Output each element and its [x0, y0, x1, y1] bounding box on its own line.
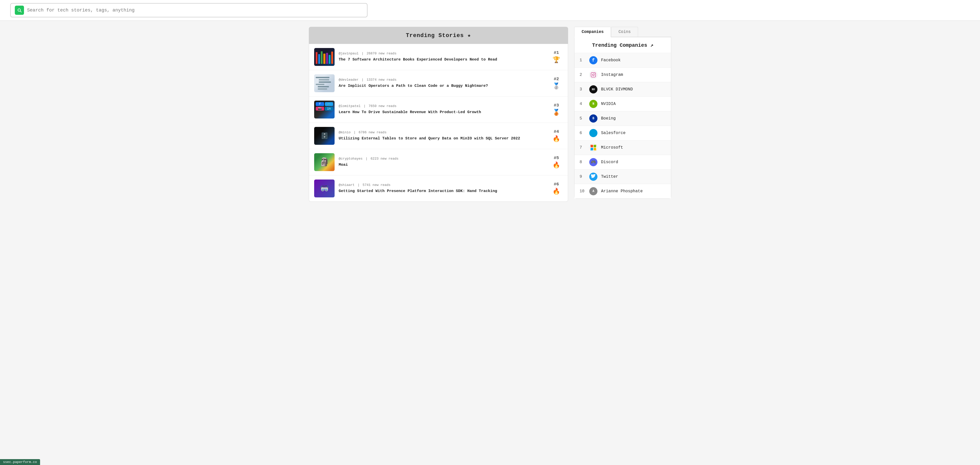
company-name: Boeing [601, 116, 616, 121]
companies-title-text: Trending Companies ↗ [592, 42, 653, 48]
svg-rect-0 [591, 73, 596, 77]
story-reads: 13374 new reads [366, 78, 396, 82]
story-rank: #2 🥈 [550, 76, 563, 90]
story-thumbnail [314, 74, 334, 92]
story-rank: #5 🔥 [550, 156, 563, 169]
company-item[interactable]: 10 A Arianne Phosphate [574, 184, 671, 198]
story-item[interactable]: @javinpaul | 26870 new reads The 7 Softw… [309, 44, 568, 70]
story-meta: @javinpaul | 26870 new reads [339, 52, 546, 56]
story-content: @shiaart | 5741 new reads Getting Starte… [339, 183, 546, 194]
story-reads: 6786 new reads [359, 131, 387, 134]
story-author: @cryptohayes [339, 157, 363, 161]
story-title: The 7 Software Architecture Books Experi… [339, 57, 546, 62]
salesforce-logo [589, 129, 597, 137]
svg-rect-8 [593, 145, 596, 147]
right-panel: Companies Coins Trending Companies ↗ 1 f… [574, 27, 671, 202]
rank-number: #3 [554, 103, 559, 108]
company-rank: 9 [579, 174, 586, 179]
rank-number: #6 [554, 182, 559, 187]
microsoft-logo [589, 143, 597, 152]
rank-number: #1 [554, 50, 559, 55]
company-name: Arianne Phosphate [601, 189, 643, 194]
company-item[interactable]: 2 Instagram [574, 68, 671, 82]
nvidia-logo: N [589, 100, 597, 108]
rank-bronze-icon: 🥉 [552, 109, 560, 116]
svg-rect-9 [590, 148, 593, 150]
story-author: @shiaart [339, 183, 355, 187]
company-item[interactable]: 5 B Boeing [574, 111, 671, 126]
left-panel: Trending Stories ★ [309, 27, 568, 202]
company-name: Instagram [601, 73, 623, 77]
search-icon [15, 6, 24, 15]
company-name: BLVCK DIVMOND [601, 87, 633, 92]
svg-rect-7 [590, 145, 593, 147]
search-input[interactable] [27, 8, 363, 13]
rank-number: #5 [554, 156, 559, 160]
rank-fire-icon: 🔥 [552, 188, 560, 195]
story-title: Are Implicit Operators a Path to Clean C… [339, 83, 546, 89]
story-content: @minio | 6786 new reads Utilizing Extern… [339, 131, 546, 141]
story-meta: @cryptohayes | 6223 new reads [339, 157, 546, 161]
story-content: @lomitpatel | 7650 new reads Learn How T… [339, 104, 546, 115]
company-rank: 1 [579, 58, 586, 62]
company-item[interactable]: 3 BD BLVCK DIVMOND [574, 82, 671, 97]
svg-point-1 [592, 74, 594, 76]
story-rank: #4 🔥 [550, 129, 563, 142]
story-thumbnail: f 🐦 📷 in [314, 100, 334, 118]
story-title: Getting Started With Presence Platform I… [339, 188, 546, 194]
boeing-logo: B [589, 115, 597, 123]
svg-point-6 [591, 131, 595, 134]
twitter-logo [589, 173, 597, 181]
rank-fire-icon: 🔥 [552, 161, 560, 169]
rank-number: #2 [554, 76, 559, 81]
footer-text: ssec.paperform.co [3, 460, 37, 464]
story-meta: @devleader | 13374 new reads [339, 78, 546, 82]
companies-panel: Trending Companies ↗ 1 f Facebook 2 Inst… [574, 37, 671, 199]
tabs-row: Companies Coins [574, 27, 671, 37]
company-item[interactable]: 1 f Facebook [574, 53, 671, 68]
company-name: Microsoft [601, 145, 623, 150]
company-item[interactable]: 9 Twitter [574, 170, 671, 184]
company-rank: 2 [579, 73, 586, 77]
top-bar [0, 0, 980, 21]
company-name: Twitter [601, 174, 618, 179]
company-item[interactable]: 7 Microsoft [574, 140, 671, 155]
company-rank: 5 [579, 116, 586, 121]
story-item[interactable]: 🗿 @cryptohayes | 6223 new reads Moai #5 … [309, 149, 568, 175]
story-meta: @minio | 6786 new reads [339, 131, 546, 134]
arianne-logo: A [589, 187, 597, 195]
story-reads: 5741 new reads [363, 183, 390, 187]
story-content: @javinpaul | 26870 new reads The 7 Softw… [339, 52, 546, 62]
company-rank: 10 [579, 189, 586, 194]
story-author: @minio [339, 131, 351, 134]
company-item[interactable]: 8 🎮 Discord [574, 155, 671, 170]
story-author: @javinpaul [339, 52, 359, 56]
company-rank: 4 [579, 102, 586, 106]
footer-bar: ssec.paperform.co [0, 459, 40, 465]
company-rank: 3 [579, 87, 586, 92]
company-name: NVIDIA [601, 102, 616, 106]
story-meta: @lomitpatel | 7650 new reads [339, 104, 546, 108]
trending-stories-title: Trending Stories ★ [406, 32, 471, 39]
stories-list: @javinpaul | 26870 new reads The 7 Softw… [309, 44, 568, 202]
company-name: Facebook [601, 58, 620, 62]
rank-trophy-icon: 🏆 [552, 56, 560, 64]
story-title: Utilizing External Tables to Store and Q… [339, 136, 546, 141]
story-thumbnail: 🥽 [314, 180, 334, 197]
rank-number: #4 [554, 129, 559, 134]
tab-coins[interactable]: Coins [611, 27, 638, 37]
company-item[interactable]: 4 N NVIDIA [574, 97, 671, 111]
company-item[interactable]: 6 Salesforce [574, 126, 671, 140]
story-rank: #6 🔥 [550, 182, 563, 195]
tab-companies[interactable]: Companies [574, 27, 611, 37]
instagram-logo [589, 71, 597, 79]
story-item[interactable]: 🗄️ @minio | 6786 new reads Utilizing Ext… [309, 123, 568, 149]
story-thumbnail: 🗄️ [314, 127, 334, 145]
story-item[interactable]: @devleader | 13374 new reads Are Implici… [309, 70, 568, 97]
search-wrapper [10, 3, 368, 18]
story-author: @lomitpatel [339, 104, 361, 108]
story-item[interactable]: f 🐦 📷 in @lomitpatel | 7650 new reads Le… [309, 97, 568, 123]
svg-point-2 [594, 73, 595, 74]
story-item[interactable]: 🥽 @shiaart | 5741 new reads Getting Star… [309, 175, 568, 201]
story-content: @devleader | 13374 new reads Are Implici… [339, 78, 546, 89]
